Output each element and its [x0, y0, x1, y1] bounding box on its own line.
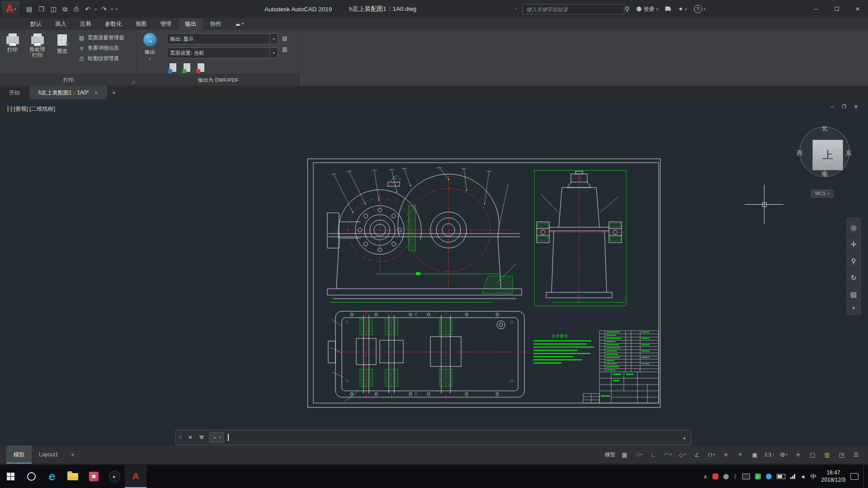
front-view[interactable]	[327, 168, 522, 302]
infocenter-collapse-icon[interactable]: ›	[515, 5, 517, 11]
page-setup-manager-button[interactable]: ▤ 页面设置管理器	[78, 34, 124, 41]
dynamic-input-toggle[interactable]: ⌖	[734, 448, 747, 461]
object-snap-tracking-toggle[interactable]: ∠	[690, 448, 703, 461]
tray-shield-icon[interactable]: ✓	[755, 474, 761, 479]
annotation-scale-button[interactable]: 1:1▾	[763, 448, 776, 461]
page-setup-combo[interactable]: 页面设置: 当前 ▾	[167, 47, 278, 58]
annotation-monitor-toggle[interactable]: ✛	[792, 448, 805, 461]
steering-wheel-icon[interactable]: ◎	[848, 220, 859, 236]
grid-toggle[interactable]: ▦	[618, 448, 631, 461]
command-customize-icon[interactable]: ⚒	[196, 434, 207, 441]
plotter-manager-button[interactable]: ⎙ 绘图仪管理器	[78, 55, 124, 62]
battery-icon[interactable]	[777, 474, 785, 479]
customize-button[interactable]: ☰	[849, 448, 863, 461]
export-options-icon[interactable]: ▥	[282, 46, 287, 52]
ribbon-tab-parametric[interactable]: 参数化	[98, 18, 129, 30]
visual-style-button[interactable]: [二维线框]	[29, 105, 55, 113]
search-icon[interactable]: ⚲	[625, 5, 629, 13]
tray-mouse-icon[interactable]	[723, 474, 729, 479]
side-view[interactable]	[534, 170, 626, 306]
lineweight-toggle[interactable]: ≡	[719, 448, 732, 461]
graphics-performance-button[interactable]: ▥	[821, 448, 834, 461]
plot-panel-title[interactable]: 打印 ◿	[0, 74, 137, 86]
ime-indicator[interactable]: 中	[811, 473, 816, 481]
export-pdf-icon[interactable]	[198, 63, 204, 72]
clean-screen-button[interactable]: ◳	[835, 448, 848, 461]
save-icon[interactable]: ◫	[47, 5, 60, 13]
maximize-button[interactable]: ☐	[826, 0, 847, 18]
compass-west-label[interactable]: 西	[794, 149, 806, 157]
command-grip-icon[interactable]: ⠿	[176, 435, 185, 441]
command-history-button[interactable]: ▴	[678, 435, 691, 440]
technical-requirements[interactable]: 技术要求	[533, 334, 594, 364]
workspace-switching-button[interactable]: ⚙▾	[777, 448, 790, 461]
isolate-objects-button[interactable]: ▢	[806, 448, 819, 461]
new-tab-button[interactable]: +	[108, 86, 120, 99]
batch-plot-button[interactable]: 批处理 打印	[25, 30, 50, 74]
taskbar-app-autocad[interactable]: A	[125, 465, 146, 488]
viewcube-top-face[interactable]: 上	[812, 140, 843, 170]
model-space-canvas[interactable]: [-] [俯视] [二维线框] ─ ❐ ✕ 北 南 西 东 上 WCS ▾	[0, 99, 868, 446]
export-target-combo[interactable]: 输出: 显示 ▾	[167, 33, 278, 44]
action-center-icon[interactable]	[850, 473, 859, 480]
export-button[interactable]: → 输出 ▾	[137, 30, 162, 74]
plot-button[interactable]: 打印	[0, 30, 25, 74]
ribbon-tab-manage[interactable]: 管理	[154, 18, 179, 30]
layout-tab-layout1[interactable]: Layout1	[32, 446, 66, 464]
tray-display-icon[interactable]	[742, 474, 750, 479]
navbar-customize-icon[interactable]: ▾	[848, 303, 859, 313]
snap-mode-toggle[interactable]: ∷▾	[632, 448, 646, 461]
combo-arrow-icon[interactable]: ▾	[269, 48, 278, 58]
ribbon-tab-insert[interactable]: 插入	[48, 18, 73, 30]
ortho-toggle[interactable]: ∟	[647, 448, 660, 461]
preview-dwf-icon[interactable]: ▤	[282, 35, 287, 42]
tray-expand-icon[interactable]: ∧	[703, 474, 708, 480]
export-dwfx-icon[interactable]	[184, 63, 190, 72]
cortana-search-button[interactable]	[21, 465, 42, 488]
layout-tab-model[interactable]: 模型	[6, 446, 32, 464]
isometric-drafting-toggle[interactable]: ◇▾	[676, 448, 689, 461]
dialog-launcher-icon[interactable]: ◿	[132, 80, 135, 84]
network-icon[interactable]	[790, 474, 795, 479]
polar-tracking-toggle[interactable]: ◠▾	[661, 448, 675, 461]
command-close-icon[interactable]: ✕	[185, 434, 196, 441]
ribbon-tab-output[interactable]: 输出	[179, 18, 203, 30]
new-icon[interactable]: ▤	[23, 5, 35, 13]
close-button[interactable]: ✕	[847, 0, 868, 18]
pan-icon[interactable]: ✛	[848, 236, 859, 253]
compass-south-label[interactable]: 南	[819, 170, 830, 178]
doc-close-button[interactable]: ✕	[854, 104, 858, 110]
taskbar-app-explorer[interactable]	[62, 465, 83, 488]
command-input[interactable]	[224, 430, 678, 445]
taskbar-app-store[interactable]	[83, 465, 104, 488]
redo-icon[interactable]: ↷	[98, 5, 110, 13]
featured-apps-button[interactable]: ☁ ▾	[228, 18, 251, 30]
compass-north-label[interactable]: 北	[819, 125, 830, 133]
autodesk-share-button[interactable]: ✦ ▾	[678, 5, 687, 13]
command-line[interactable]: ⠿ ✕ ⚒ ＞ ▾ ▴	[175, 430, 691, 445]
taskbar-app-edge[interactable]: e	[42, 465, 62, 488]
ribbon-tab-view[interactable]: 视图	[129, 18, 154, 30]
bluetooth-icon[interactable]: ᛒ	[734, 473, 737, 480]
start-button[interactable]	[0, 465, 21, 488]
viewport-menu-button[interactable]: [-]	[7, 105, 12, 113]
viewcube[interactable]: 北 南 西 东 上 WCS ▾	[797, 123, 858, 213]
parts-list-table[interactable]	[583, 331, 659, 403]
volume-icon[interactable]: ◄	[800, 474, 806, 480]
wcs-dropdown[interactable]: WCS ▾	[811, 190, 834, 197]
undo-icon[interactable]: ↶	[82, 5, 94, 13]
save-as-icon[interactable]: ⧉	[60, 5, 71, 13]
sign-in-button[interactable]: ⚉ 登录 ▾	[636, 5, 658, 13]
infocenter-search[interactable]	[522, 4, 624, 14]
compass-east-label[interactable]: 东	[843, 149, 854, 157]
plot-icon[interactable]: ⎙	[71, 5, 82, 13]
show-desktop-button[interactable]	[863, 465, 866, 488]
doc-restore-button[interactable]: ❐	[842, 104, 846, 110]
minimize-button[interactable]: ─	[806, 0, 826, 18]
file-tab-drawing[interactable]: h左上装配图1：1A0* ✕	[29, 86, 108, 99]
ribbon-tab-default[interactable]: 默认	[24, 18, 48, 30]
tray-messenger-icon[interactable]	[766, 474, 772, 479]
orbit-icon[interactable]: ↻	[848, 270, 859, 286]
view-details-button[interactable]: ≡ 查看详细信息	[78, 45, 124, 52]
file-tab-start[interactable]: 开始	[0, 86, 29, 99]
